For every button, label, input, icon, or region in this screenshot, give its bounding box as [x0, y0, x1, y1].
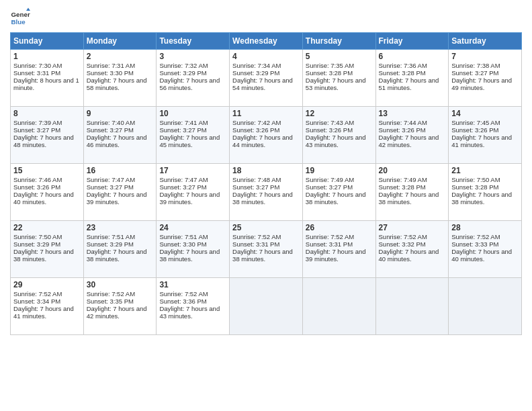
daylight-text: Daylight: 7 hours and 38 minutes.	[379, 191, 439, 205]
day-of-week-header: Saturday	[449, 33, 522, 50]
sunset-text: Sunset: 3:28 PM	[451, 183, 498, 191]
day-number: 22	[13, 223, 81, 232]
sunrise-text: Sunrise: 7:44 AM	[379, 119, 427, 126]
daylight-text: Daylight: 7 hours and 42 minutes.	[87, 305, 147, 320]
sunrise-text: Sunrise: 7:45 AM	[451, 119, 500, 126]
daylight-text: Daylight: 7 hours and 56 minutes.	[159, 77, 220, 91]
sunrise-text: Sunrise: 7:47 AM	[87, 176, 135, 183]
day-number: 14	[451, 109, 519, 118]
calendar-day-cell	[375, 278, 449, 335]
sunrise-text: Sunrise: 7:52 AM	[306, 233, 354, 240]
day-number: 1	[13, 52, 81, 61]
daylight-text: Daylight: 7 hours and 44 minutes.	[232, 134, 293, 148]
sunset-text: Sunset: 3:33 PM	[451, 240, 498, 248]
calendar-table: SundayMondayTuesdayWednesdayThursdayFrid…	[10, 32, 522, 335]
sunset-text: Sunset: 3:35 PM	[87, 298, 134, 305]
sunset-text: Sunset: 3:29 PM	[87, 240, 134, 248]
day-number: 16	[87, 166, 154, 175]
sunset-text: Sunset: 3:34 PM	[13, 298, 60, 305]
day-of-week-header: Wednesday	[230, 33, 303, 50]
sunset-text: Sunset: 3:31 PM	[13, 69, 60, 77]
daylight-text: Daylight: 7 hours and 48 minutes.	[13, 134, 74, 148]
daylight-text: Daylight: 7 hours and 58 minutes.	[87, 77, 147, 91]
sunset-text: Sunset: 3:26 PM	[13, 183, 60, 191]
calendar-day-cell: 22Sunrise: 7:50 AMSunset: 3:29 PMDayligh…	[11, 221, 84, 278]
calendar-day-cell: 4Sunrise: 7:34 AMSunset: 3:29 PMDaylight…	[230, 50, 303, 107]
sunrise-text: Sunrise: 7:31 AM	[87, 62, 135, 69]
sunrise-text: Sunrise: 7:52 AM	[159, 290, 208, 298]
daylight-text: Daylight: 7 hours and 49 minutes.	[451, 77, 512, 91]
calendar-day-cell	[230, 278, 303, 335]
calendar-day-cell: 3Sunrise: 7:32 AMSunset: 3:29 PMDaylight…	[157, 50, 230, 107]
sunrise-text: Sunrise: 7:38 AM	[451, 62, 500, 69]
sunset-text: Sunset: 3:27 PM	[451, 69, 498, 77]
day-number: 17	[159, 166, 226, 175]
day-number: 29	[13, 280, 81, 289]
sunrise-text: Sunrise: 7:32 AM	[159, 62, 208, 69]
day-number: 6	[379, 52, 446, 61]
sunrise-text: Sunrise: 7:36 AM	[379, 62, 427, 69]
day-of-week-header: Monday	[83, 33, 157, 50]
calendar-day-cell: 24Sunrise: 7:51 AMSunset: 3:30 PMDayligh…	[157, 221, 230, 278]
daylight-text: Daylight: 7 hours and 38 minutes.	[232, 191, 293, 205]
sunrise-text: Sunrise: 7:51 AM	[87, 233, 135, 240]
sunrise-text: Sunrise: 7:40 AM	[87, 119, 135, 126]
calendar-day-cell: 17Sunrise: 7:47 AMSunset: 3:27 PMDayligh…	[157, 164, 230, 221]
daylight-text: Daylight: 7 hours and 38 minutes.	[87, 248, 147, 263]
calendar-day-cell: 14Sunrise: 7:45 AMSunset: 3:26 PMDayligh…	[449, 107, 522, 164]
calendar-day-cell: 30Sunrise: 7:52 AMSunset: 3:35 PMDayligh…	[83, 278, 157, 335]
calendar-day-cell: 21Sunrise: 7:50 AMSunset: 3:28 PMDayligh…	[449, 164, 522, 221]
page-header: General Blue	[10, 7, 522, 27]
day-number: 12	[306, 109, 373, 118]
page-container: General Blue SundayMondayTuesdayWednesda…	[0, 0, 532, 411]
sunset-text: Sunset: 3:26 PM	[379, 126, 426, 134]
sunset-text: Sunset: 3:28 PM	[306, 69, 353, 77]
sunrise-text: Sunrise: 7:35 AM	[306, 62, 354, 69]
sunset-text: Sunset: 3:27 PM	[232, 183, 279, 191]
daylight-text: Daylight: 7 hours and 38 minutes.	[451, 191, 512, 205]
sunset-text: Sunset: 3:30 PM	[87, 69, 134, 77]
sunset-text: Sunset: 3:28 PM	[379, 183, 426, 191]
daylight-text: Daylight: 7 hours and 46 minutes.	[87, 134, 147, 148]
logo: General Blue	[10, 7, 30, 27]
sunset-text: Sunset: 3:27 PM	[87, 126, 134, 134]
calendar-day-cell: 27Sunrise: 7:52 AMSunset: 3:32 PMDayligh…	[375, 221, 449, 278]
sunset-text: Sunset: 3:26 PM	[232, 126, 279, 134]
daylight-text: Daylight: 7 hours and 42 minutes.	[379, 134, 439, 148]
daylight-text: Daylight: 7 hours and 40 minutes.	[451, 248, 512, 263]
calendar-day-cell: 12Sunrise: 7:43 AMSunset: 3:26 PMDayligh…	[302, 107, 375, 164]
day-number: 2	[87, 52, 154, 61]
sunset-text: Sunset: 3:27 PM	[306, 183, 353, 191]
daylight-text: Daylight: 7 hours and 51 minutes.	[379, 77, 439, 91]
sunrise-text: Sunrise: 7:41 AM	[159, 119, 208, 126]
calendar-day-cell: 25Sunrise: 7:52 AMSunset: 3:31 PMDayligh…	[230, 221, 303, 278]
sunset-text: Sunset: 3:27 PM	[159, 126, 206, 134]
day-number: 27	[379, 223, 446, 232]
calendar-day-cell: 2Sunrise: 7:31 AMSunset: 3:30 PMDaylight…	[83, 50, 157, 107]
sunrise-text: Sunrise: 7:42 AM	[232, 119, 281, 126]
sunset-text: Sunset: 3:32 PM	[379, 240, 426, 248]
day-number: 3	[159, 52, 226, 61]
sunrise-text: Sunrise: 7:52 AM	[13, 290, 62, 298]
day-number: 8	[13, 109, 81, 118]
sunset-text: Sunset: 3:36 PM	[159, 298, 206, 305]
day-number: 21	[451, 166, 519, 175]
sunrise-text: Sunrise: 7:52 AM	[232, 233, 281, 240]
day-number: 30	[87, 280, 154, 289]
day-number: 20	[379, 166, 446, 175]
calendar-day-cell: 15Sunrise: 7:46 AMSunset: 3:26 PMDayligh…	[11, 164, 84, 221]
sunset-text: Sunset: 3:29 PM	[159, 69, 206, 77]
calendar-day-cell	[302, 278, 375, 335]
calendar-week-row: 8Sunrise: 7:39 AMSunset: 3:27 PMDaylight…	[11, 107, 522, 164]
calendar-day-cell: 11Sunrise: 7:42 AMSunset: 3:26 PMDayligh…	[230, 107, 303, 164]
calendar-day-cell: 6Sunrise: 7:36 AMSunset: 3:28 PMDaylight…	[375, 50, 449, 107]
day-number: 25	[232, 223, 300, 232]
svg-text:Blue: Blue	[11, 18, 26, 26]
day-number: 24	[159, 223, 226, 232]
sunrise-text: Sunrise: 7:30 AM	[13, 62, 62, 69]
sunrise-text: Sunrise: 7:51 AM	[159, 233, 208, 240]
calendar-day-cell: 23Sunrise: 7:51 AMSunset: 3:29 PMDayligh…	[83, 221, 157, 278]
sunset-text: Sunset: 3:31 PM	[232, 240, 279, 248]
calendar-week-row: 1Sunrise: 7:30 AMSunset: 3:31 PMDaylight…	[11, 50, 522, 107]
calendar-day-cell: 9Sunrise: 7:40 AMSunset: 3:27 PMDaylight…	[83, 107, 157, 164]
